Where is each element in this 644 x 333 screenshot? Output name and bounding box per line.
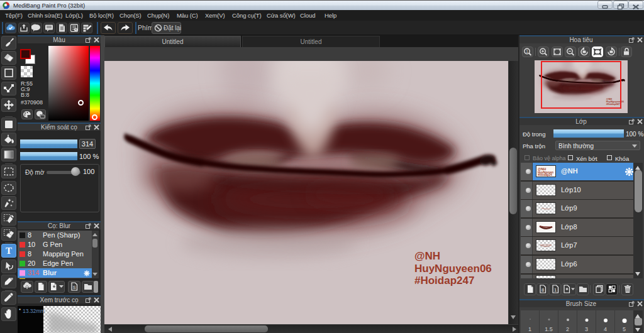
svg-text:S: S: [73, 285, 76, 290]
svg-text:1: 1: [553, 287, 556, 293]
svg-text:8: 8: [541, 287, 543, 293]
svg-text:T: T: [6, 246, 12, 256]
svg-text:#Hoidap24: #Hoidap24: [538, 173, 552, 177]
svg-text:1: 1: [526, 49, 528, 53]
